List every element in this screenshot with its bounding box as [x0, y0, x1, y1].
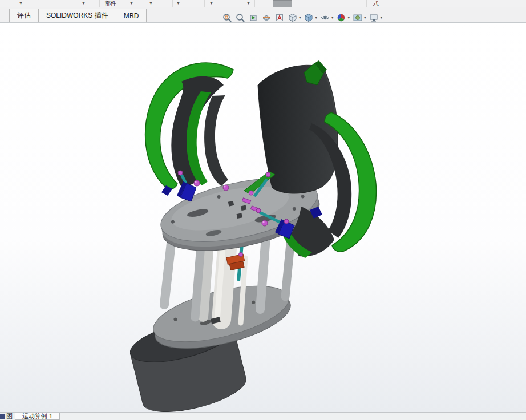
heads-up-view-toolbar: ▾ ▾ ▾ ▾ ▾ — [220, 12, 383, 23]
pin — [262, 220, 268, 226]
previous-view-button[interactable] — [246, 12, 260, 23]
hide-show-items-button[interactable] — [318, 12, 331, 23]
model-tab-partial-label[interactable]: 图 — [6, 413, 13, 420]
chevron-down-icon[interactable]: ▼ — [149, 1, 153, 6]
toolbar-separator — [99, 0, 100, 7]
pin — [266, 172, 270, 177]
column — [260, 237, 266, 309]
top-toolbar: ▼ ▼ 部件 ▼ ▼ ▼ ▼ ▼ 式 — [0, 0, 526, 7]
monitor-icon — [369, 13, 379, 23]
edit-appearance-button[interactable] — [335, 12, 348, 23]
cad-model[interactable] — [0, 23, 526, 412]
model-tab-icon[interactable] — [0, 414, 5, 419]
toolbar-separator — [139, 0, 139, 7]
zoom-to-area-button[interactable] — [233, 12, 246, 23]
column — [195, 245, 201, 317]
motion-study-tab[interactable]: 运动算例 1 — [15, 413, 60, 420]
scene-icon — [353, 13, 363, 23]
blade-left[interactable] — [145, 63, 233, 189]
tab-mbd[interactable]: MBD — [116, 9, 147, 22]
graphics-viewport[interactable] — [0, 23, 526, 412]
chevron-down-icon[interactable]: ▾ — [315, 15, 318, 20]
pin — [194, 180, 200, 186]
apply-scene-button[interactable] — [351, 12, 364, 23]
blade-left-inner-dark — [204, 95, 228, 186]
chevron-down-icon[interactable]: ▾ — [331, 15, 334, 20]
chevron-down-icon[interactable]: ▼ — [130, 1, 133, 6]
pin — [223, 185, 229, 191]
style-group-label: 式 — [373, 0, 379, 7]
pin — [239, 253, 243, 257]
chevron-down-icon[interactable]: ▼ — [246, 1, 250, 6]
tab-solidworks-addins[interactable]: SOLIDWORKS 插件 — [39, 9, 116, 22]
chevron-down-icon[interactable]: ▼ — [19, 1, 23, 6]
chevron-down-icon[interactable]: ▼ — [82, 1, 86, 6]
section-view-icon — [261, 13, 272, 23]
previous-view-icon — [248, 13, 258, 23]
command-manager-tabs: 评估 SOLIDWORKS 插件 MBD — [9, 9, 147, 22]
zoom-to-fit-icon — [222, 13, 232, 23]
view-orientation-cube-icon — [288, 13, 298, 23]
chevron-down-icon[interactable]: ▼ — [209, 1, 213, 6]
chevron-down-icon[interactable]: ▾ — [381, 15, 383, 20]
dynamic-annotation-views-button[interactable] — [273, 12, 286, 23]
eye-icon — [320, 13, 330, 23]
tab-evaluate[interactable]: 评估 — [9, 9, 39, 22]
pin — [249, 191, 253, 195]
toolbar-separator — [366, 0, 367, 7]
active-tool-button[interactable] — [273, 0, 292, 7]
pin — [284, 219, 289, 224]
view-settings-button[interactable] — [367, 12, 381, 23]
pin — [178, 171, 183, 175]
pin — [256, 208, 261, 213]
annotation-views-icon — [274, 13, 285, 23]
view-orientation-button[interactable] — [286, 12, 299, 23]
zoom-to-fit-button[interactable] — [220, 12, 233, 23]
zoom-to-area-icon — [235, 13, 245, 23]
chevron-down-icon[interactable]: ▾ — [348, 15, 350, 20]
chevron-down-icon[interactable]: ▾ — [299, 15, 301, 20]
toolbar-separator — [254, 0, 255, 7]
section-view-button[interactable] — [260, 12, 273, 23]
chevron-down-icon[interactable]: ▾ — [364, 15, 366, 20]
display-style-cube-icon — [304, 13, 314, 23]
appearance-sphere-icon — [336, 13, 346, 23]
component-group-label: 部件 — [105, 0, 116, 7]
chevron-down-icon[interactable]: ▼ — [176, 1, 180, 6]
status-bar: 图 运动算例 1 — [0, 412, 526, 420]
display-style-button[interactable] — [302, 12, 315, 23]
toolbar-separator — [204, 0, 205, 7]
toolbar-separator — [172, 0, 173, 7]
